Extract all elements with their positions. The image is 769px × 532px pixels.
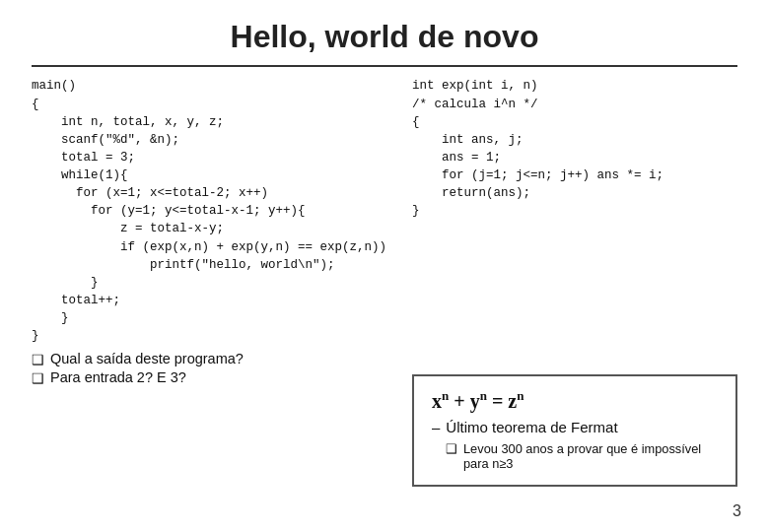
sub-bullet-icon: ❑	[446, 441, 457, 456]
math-formula: xn + yn = zn	[432, 388, 718, 413]
slide-title: Hello, world de novo	[231, 19, 539, 54]
title-divider	[32, 65, 737, 67]
slide-page: Hello, world de novo main() { int n, tot…	[0, 0, 769, 532]
question-2: ❑ Para entrada 2? E 3?	[32, 369, 396, 386]
sup-n2: n	[480, 388, 487, 403]
fermat-box: xn + yn = zn – Último teorema de Fermat …	[412, 374, 737, 487]
title-area: Hello, world de novo	[32, 18, 737, 55]
q1-bullet: ❑	[32, 352, 44, 367]
fermat-line: – Último teorema de Fermat	[432, 419, 718, 435]
sub-bullet-text: Levou 300 anos a provar que é impossível…	[463, 441, 718, 471]
questions-area: ❑ Qual a saída deste programa? ❑ Para en…	[32, 351, 396, 386]
q2-bullet: ❑	[32, 370, 44, 386]
right-column: int exp(int i, n) /* calcula i^n */ { in…	[396, 77, 737, 516]
right-code-block: int exp(int i, n) /* calcula i^n */ { in…	[412, 77, 737, 220]
fermat-dash: –	[432, 419, 440, 435]
left-code-block: main() { int n, total, x, y, z; scanf("%…	[32, 77, 396, 345]
sup-n3: n	[517, 388, 524, 403]
sup-n1: n	[442, 388, 449, 403]
fermat-label: Último teorema de Fermat	[446, 419, 617, 435]
q1-text: Qual a saída deste programa?	[50, 351, 244, 366]
sub-bullet-area: ❑ Levou 300 anos a provar que é impossív…	[432, 441, 718, 471]
page-number: 3	[733, 502, 741, 520]
question-1: ❑ Qual a saída deste programa?	[32, 351, 396, 367]
q2-text: Para entrada 2? E 3?	[50, 369, 186, 385]
content-area: main() { int n, total, x, y, z; scanf("%…	[32, 77, 737, 516]
left-column: main() { int n, total, x, y, z; scanf("%…	[32, 77, 396, 516]
